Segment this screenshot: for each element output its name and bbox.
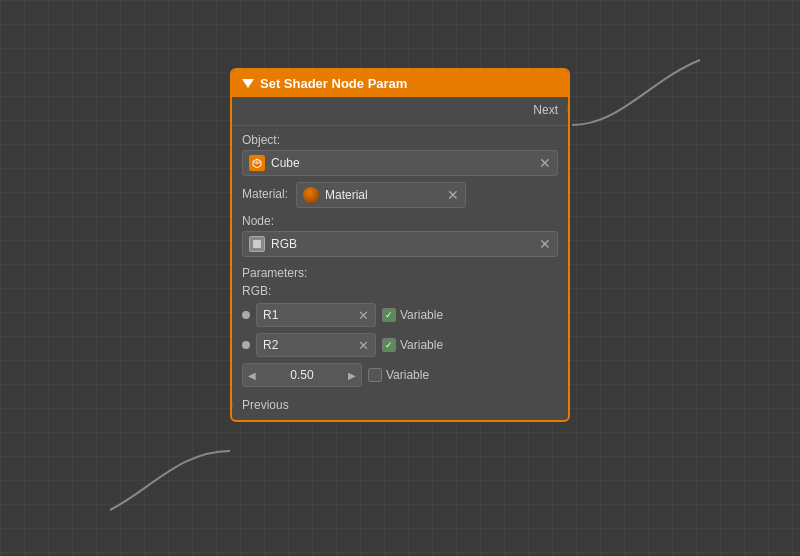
material-value: Material (325, 188, 441, 202)
material-input[interactable]: Material ✕ (296, 182, 466, 208)
param-r1-checkbox[interactable] (382, 308, 396, 322)
collapse-triangle-icon[interactable] (242, 79, 254, 88)
param-r1-clear-icon[interactable]: ✕ (358, 308, 369, 323)
node-field-row: Node: RGB ✕ (232, 211, 568, 260)
object-label: Object: (242, 133, 558, 147)
number-input[interactable]: ◀ 0.50 ▶ (242, 363, 362, 387)
param-r2-variable-group: Variable (382, 338, 443, 352)
param-num-variable-label: Variable (386, 368, 429, 382)
param-r2-dot (242, 341, 250, 349)
node-body: Next Object: Cube ✕ M (232, 97, 568, 420)
material-row: Material: Material ✕ (232, 179, 568, 211)
param-r2-input[interactable]: R2 ✕ (256, 333, 376, 357)
param-num-variable-group: Variable (368, 368, 429, 382)
node-icon (249, 236, 265, 252)
previous-socket[interactable] (230, 399, 234, 411)
object-row: Object: Cube ✕ (232, 130, 568, 179)
next-row: Next (232, 97, 568, 121)
param-r2-row: R2 ✕ Variable (232, 330, 568, 360)
param-r2-clear-icon[interactable]: ✕ (358, 338, 369, 353)
next-socket[interactable] (566, 103, 570, 115)
param-num-row: ◀ 0.50 ▶ Variable (232, 360, 568, 390)
param-r1-dot (242, 311, 250, 319)
param-r2-variable-label: Variable (400, 338, 443, 352)
node-panel: Set Shader Node Param Next Object: (230, 68, 570, 422)
num-arrow-right-icon[interactable]: ▶ (343, 370, 361, 381)
node-field-label: Node: (242, 214, 558, 228)
node-title: Set Shader Node Param (260, 76, 407, 91)
material-clear-icon[interactable]: ✕ (447, 187, 459, 203)
parameters-label: Parameters: (232, 260, 568, 282)
node-header: Set Shader Node Param (232, 70, 568, 97)
param-r1-value: R1 (263, 308, 354, 322)
object-value: Cube (271, 156, 533, 170)
num-arrow-left-icon[interactable]: ◀ (243, 370, 261, 381)
param-r1-variable-group: Variable (382, 308, 443, 322)
next-label: Next (533, 103, 558, 117)
num-value: 0.50 (261, 368, 343, 382)
param-r1-row: R1 ✕ Variable (232, 300, 568, 330)
previous-label: Previous (242, 398, 289, 412)
node-clear-icon[interactable]: ✕ (539, 236, 551, 252)
param-r2-checkbox[interactable] (382, 338, 396, 352)
svg-line-3 (253, 162, 257, 164)
rgb-label: RGB: (232, 282, 568, 300)
material-label: Material: (242, 187, 288, 201)
node-value: RGB (271, 237, 533, 251)
material-icon (303, 187, 319, 203)
object-clear-icon[interactable]: ✕ (539, 155, 551, 171)
separator-1 (232, 125, 568, 126)
param-r2-value: R2 (263, 338, 354, 352)
cube-icon (249, 155, 265, 171)
node-input[interactable]: RGB ✕ (242, 231, 558, 257)
svg-line-2 (257, 162, 261, 164)
param-num-checkbox[interactable] (368, 368, 382, 382)
param-r1-input[interactable]: R1 ✕ (256, 303, 376, 327)
previous-row: Previous (232, 390, 568, 420)
object-input[interactable]: Cube ✕ (242, 150, 558, 176)
param-r1-variable-label: Variable (400, 308, 443, 322)
